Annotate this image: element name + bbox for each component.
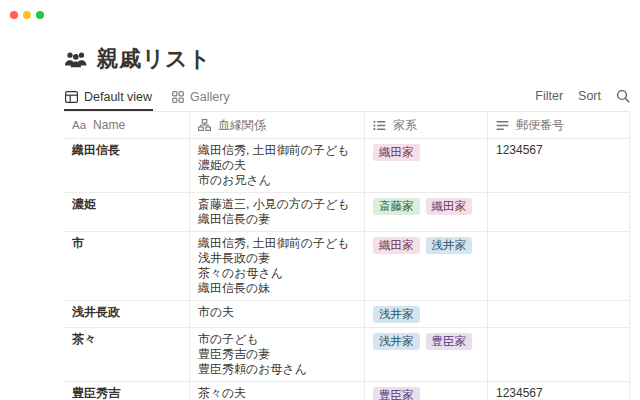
family-tag[interactable]: 浅井家: [426, 237, 473, 254]
name-cell[interactable]: 織田信長: [64, 139, 190, 192]
postal-cell[interactable]: [488, 301, 630, 327]
page-title: 親戚リスト: [97, 44, 211, 74]
table-row[interactable]: 豊臣秀吉茶々の夫豊臣家1234567: [64, 382, 630, 400]
relation-line: 斎藤道三, 小見の方の子ども: [198, 197, 356, 212]
relation-line: 豊臣秀吉の妻: [198, 347, 356, 362]
relation-cell[interactable]: 織田信秀, 土田御前の子ども濃姫の夫市のお兄さん: [190, 139, 365, 192]
window-titlebar: [0, 0, 640, 28]
table-row[interactable]: 茶々市の子ども豊臣秀吉の妻豊臣秀頼のお母さん浅井家豊臣家: [64, 328, 630, 382]
relation-line: 市のお兄さん: [198, 173, 356, 188]
name-cell[interactable]: 茶々: [64, 328, 190, 381]
tab-label: Gallery: [190, 90, 230, 104]
relation-line: 茶々のお母さん: [198, 266, 356, 281]
name-cell[interactable]: 濃姫: [64, 193, 190, 231]
family-cell[interactable]: 織田家: [365, 139, 488, 192]
relation-property-icon: [198, 119, 211, 131]
relation-line: 浅井長政の妻: [198, 251, 356, 266]
postal-cell[interactable]: [488, 193, 630, 231]
toolbar-actions: Filter Sort: [535, 89, 630, 111]
table-row[interactable]: 市織田信秀, 土田御前の子ども浅井長政の妻茶々のお母さん織田信長の妹織田家浅井家: [64, 232, 630, 301]
search-icon[interactable]: [616, 89, 630, 103]
tab-gallery[interactable]: Gallery: [171, 88, 231, 111]
family-tag[interactable]: 豊臣家: [373, 387, 420, 400]
family-cell[interactable]: 斎藤家織田家: [365, 193, 488, 231]
relation-cell[interactable]: 織田信秀, 土田御前の子ども浅井長政の妻茶々のお母さん織田信長の妹: [190, 232, 365, 300]
table-row[interactable]: 濃姫斎藤道三, 小見の方の子ども織田信長の妻斎藤家織田家: [64, 193, 630, 232]
close-window-button[interactable]: [10, 11, 18, 19]
gallery-view-icon: [172, 91, 184, 103]
postal-cell[interactable]: [488, 328, 630, 381]
multi-select-property-icon: [373, 120, 386, 131]
people-group-icon: [64, 51, 88, 68]
column-header-postal[interactable]: 郵便番号: [488, 112, 630, 138]
family-cell[interactable]: 豊臣家: [365, 382, 488, 400]
name-cell[interactable]: 豊臣秀吉: [64, 382, 190, 400]
relation-line: 濃姫の夫: [198, 158, 356, 173]
relation-cell[interactable]: 市の子ども豊臣秀吉の妻豊臣秀頼のお母さん: [190, 328, 365, 381]
relation-line: 市の子ども: [198, 332, 356, 347]
table-header-row: Aa Name 血縁関係: [64, 112, 630, 139]
filter-button[interactable]: Filter: [535, 89, 563, 103]
postal-cell[interactable]: 1234567: [488, 382, 630, 400]
zoom-window-button[interactable]: [36, 11, 44, 19]
column-header-name[interactable]: Aa Name: [64, 112, 190, 138]
family-tag[interactable]: 織田家: [373, 237, 420, 254]
postal-cell[interactable]: [488, 232, 630, 300]
family-tag[interactable]: 斎藤家: [373, 198, 420, 215]
family-tag[interactable]: 浅井家: [373, 333, 420, 350]
relation-line: 茶々の夫: [198, 386, 356, 400]
minimize-window-button[interactable]: [23, 11, 31, 19]
view-tabs: Default view Gallery: [64, 88, 231, 111]
relation-line: 織田信長の妻: [198, 212, 356, 227]
postal-cell[interactable]: 1234567: [488, 139, 630, 192]
tab-label: Default view: [84, 90, 152, 104]
database-table: Aa Name 血縁関係: [64, 112, 630, 400]
relation-line: 豊臣秀頼のお母さん: [198, 362, 356, 377]
family-tag[interactable]: 浅井家: [373, 306, 420, 323]
table-view-icon: [65, 91, 78, 103]
family-cell[interactable]: 浅井家: [365, 301, 488, 327]
column-header-family[interactable]: 家系: [365, 112, 488, 138]
column-header-relation[interactable]: 血縁関係: [190, 112, 365, 138]
view-toolbar: Default view Gallery Filter Sort: [64, 88, 630, 112]
tab-default-view[interactable]: Default view: [64, 88, 153, 111]
relation-cell[interactable]: 茶々の夫: [190, 382, 365, 400]
family-tag[interactable]: 織田家: [373, 144, 420, 161]
sort-button[interactable]: Sort: [578, 89, 601, 103]
relation-line: 織田信長の妹: [198, 281, 356, 296]
relation-line: 市の夫: [198, 305, 356, 320]
relation-line: 織田信秀, 土田御前の子ども: [198, 143, 356, 158]
relation-cell[interactable]: 斎藤道三, 小見の方の子ども織田信長の妻: [190, 193, 365, 231]
name-cell[interactable]: 市: [64, 232, 190, 300]
relation-cell[interactable]: 市の夫: [190, 301, 365, 327]
title-property-icon: Aa: [72, 118, 86, 133]
relation-line: 織田信秀, 土田御前の子ども: [198, 236, 356, 251]
family-tag[interactable]: 豊臣家: [426, 333, 473, 350]
name-cell[interactable]: 浅井長政: [64, 301, 190, 327]
table-row[interactable]: 織田信長織田信秀, 土田御前の子ども濃姫の夫市のお兄さん織田家1234567: [64, 139, 630, 193]
family-tag[interactable]: 織田家: [426, 198, 473, 215]
text-property-icon: [496, 120, 509, 131]
family-cell[interactable]: 織田家浅井家: [365, 232, 488, 300]
table-row[interactable]: 浅井長政市の夫浅井家: [64, 301, 630, 328]
table-body: 織田信長織田信秀, 土田御前の子ども濃姫の夫市のお兄さん織田家1234567濃姫…: [64, 139, 630, 400]
family-cell[interactable]: 浅井家豊臣家: [365, 328, 488, 381]
page-header: 親戚リスト: [64, 44, 630, 74]
